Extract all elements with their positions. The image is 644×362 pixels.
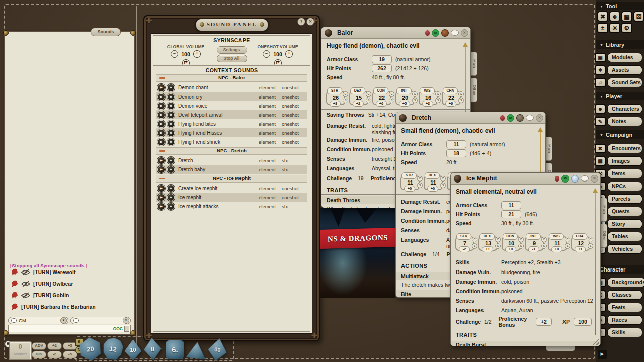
volume-minus-button[interactable]: −: [263, 50, 270, 58]
ability-modifier[interactable]: -2: [459, 246, 470, 252]
visibility-off-icon[interactable]: [21, 281, 30, 287]
stop-icon[interactable]: ■: [167, 185, 175, 192]
sidebar-item-label[interactable]: Backgrounds: [607, 278, 644, 287]
check-roll-button[interactable]: C: [440, 176, 446, 182]
chat-bubble-icon[interactable]: [581, 175, 589, 182]
armor-class-value[interactable]: 11: [446, 140, 466, 148]
play-icon[interactable]: ▶: [157, 203, 165, 210]
sidebar-item-label[interactable]: Tables: [607, 232, 642, 241]
ability-modifier[interactable]: +8: [330, 101, 341, 107]
settings-button[interactable]: Settings: [217, 46, 247, 54]
sound-row[interactable]: ▶ ■ Flying Fiend shriek element oneshot: [156, 137, 307, 146]
sidebar-item-label[interactable]: Quests: [607, 207, 642, 216]
save-roll-button[interactable]: S: [389, 98, 394, 103]
ability-modifier[interactable]: +3: [422, 101, 433, 107]
save-roll-button[interactable]: S: [343, 98, 348, 103]
sidebar-item[interactable]: ▣ Modules: [595, 53, 642, 62]
save-roll-button[interactable]: S: [518, 243, 524, 249]
sound-row[interactable]: ▶ ■ Flying fiend bites element oneshot: [156, 119, 307, 128]
save-roll-button[interactable]: S: [495, 243, 501, 249]
play-icon[interactable]: ▶: [157, 111, 165, 119]
campaign-artwork[interactable]: NS & DRAGONS: [320, 208, 395, 298]
token-knob-icon[interactable]: [399, 114, 407, 122]
tab-sounds[interactable]: Sounds: [91, 28, 121, 36]
volume-plus-button[interactable]: +: [193, 50, 201, 58]
token-knob-icon[interactable]: [454, 175, 461, 183]
modifier-box[interactable]: 0 Modifier: [9, 341, 32, 360]
close-icon[interactable]: ✕: [591, 175, 598, 183]
save-roll-button[interactable]: S: [412, 98, 418, 103]
check-roll-button[interactable]: C: [366, 91, 371, 97]
die-d10[interactable]: 10: [124, 339, 142, 360]
sidebar-item-label[interactable]: Encounters: [607, 144, 642, 153]
sidebar-item-label[interactable]: Modules: [607, 53, 642, 62]
stop-icon[interactable]: ■: [167, 93, 175, 101]
ability-modifier[interactable]: +0: [505, 246, 516, 252]
sidebar-item[interactable]: ▩ Images: [595, 156, 642, 166]
scrollbar[interactable]: [595, 190, 596, 335]
sound-row[interactable]: ▶ ■ Ice mephit element oneshot: [156, 193, 307, 202]
sidebar-item[interactable]: ♜ Classes: [595, 290, 642, 300]
sidebar-item-label[interactable]: Skills: [607, 328, 642, 337]
sidebar-item-icon[interactable]: ♫: [595, 78, 606, 87]
sidebar-collapse-button[interactable]: ▶: [598, 350, 607, 359]
close-icon[interactable]: ✕: [461, 29, 468, 37]
bug-icon[interactable]: [425, 30, 430, 36]
help-button[interactable]: ?: [297, 18, 305, 26]
check-roll-button[interactable]: C: [435, 91, 441, 97]
play-icon[interactable]: ▶: [157, 120, 165, 128]
collapse-icon[interactable]: [159, 178, 165, 179]
armor-class-value[interactable]: 19: [372, 55, 392, 63]
minus2-button[interactable]: -2: [47, 351, 62, 358]
ability-modifier[interactable]: +1: [575, 246, 586, 252]
sound-row[interactable]: ▶ ■ Ice mephit attacks element sfx: [156, 202, 307, 211]
sound-group-header[interactable]: NPC - Balor: [156, 74, 307, 82]
speaker-dropdown[interactable]: GM ▼: [8, 317, 68, 324]
chat-input[interactable]: OOC: [8, 325, 131, 332]
stop-icon[interactable]: ■: [167, 84, 175, 92]
token-knob-icon[interactable]: [325, 29, 332, 37]
close-icon[interactable]: ✕: [536, 114, 543, 122]
xp-value[interactable]: 100: [574, 318, 592, 326]
save-roll-button[interactable]: S: [440, 183, 446, 188]
stop-icon[interactable]: ■: [167, 120, 175, 128]
tool-icon[interactable]: ±: [597, 23, 608, 33]
sidebar-item-label[interactable]: Sound Sets: [607, 78, 642, 87]
bug-icon[interactable]: [555, 176, 559, 182]
save-roll-button[interactable]: S: [458, 98, 464, 103]
sidebar-item-label[interactable]: Items: [607, 169, 642, 178]
ability-modifier[interactable]: +2: [353, 101, 364, 107]
window-titlebar[interactable]: Dretch ID ✕: [396, 112, 545, 124]
sidebar-item[interactable]: ☻ Characters: [595, 104, 642, 114]
trait-name[interactable]: Death Burst: [451, 341, 600, 346]
tab-main[interactable]: Main: [545, 137, 552, 161]
sidebar-item-label[interactable]: NPCs: [607, 182, 642, 191]
chat-message[interactable]: [TURN] Owlbear: [10, 280, 130, 287]
volume-minus-button[interactable]: −: [171, 50, 178, 58]
sidebar-item[interactable]: ❖ Assets: [595, 65, 642, 75]
tab-other[interactable]: Other: [600, 224, 607, 248]
sidebar-section-library[interactable]: ▼Library: [596, 40, 644, 49]
sidebar-item[interactable]: ▤ Backgrounds: [595, 278, 642, 287]
sidebar-section-campaign[interactable]: ▼Campaign: [596, 130, 644, 139]
die-d8[interactable]: 8: [142, 337, 163, 361]
check-roll-button[interactable]: C: [588, 237, 593, 242]
tab-other[interactable]: Other: [470, 78, 477, 102]
token-icon[interactable]: [516, 114, 524, 122]
check-roll-button[interactable]: C: [412, 91, 418, 97]
sidebar-item-icon[interactable]: ▣: [595, 53, 606, 62]
ability-modifier[interactable]: -1: [528, 246, 539, 252]
hit-points-value[interactable]: 18: [446, 149, 466, 157]
sound-row[interactable]: ▶ ■ Dretch baby element sfx: [156, 165, 307, 174]
ability-modifier[interactable]: +1: [482, 246, 493, 252]
sidebar-item-icon[interactable]: ▩: [595, 156, 606, 166]
sidebar-item-label[interactable]: Assets: [607, 65, 642, 75]
chevron-down-icon[interactable]: ▼: [60, 317, 67, 324]
play-icon[interactable]: ▶: [157, 84, 165, 92]
play-icon[interactable]: ▶: [157, 102, 165, 110]
ability-modifier[interactable]: +6: [376, 101, 387, 107]
collapse-icon[interactable]: [159, 77, 165, 79]
sidebar-item-icon[interactable]: ❖: [595, 65, 606, 75]
sound-row[interactable]: ▶ ■ Demon voice element oneshot: [156, 101, 307, 110]
sound-panel-window[interactable]: ✚ ✚ ✚ ✚ SOUND PANEL ? ✕ SYRINSCAPE GLOBA…: [143, 15, 320, 341]
